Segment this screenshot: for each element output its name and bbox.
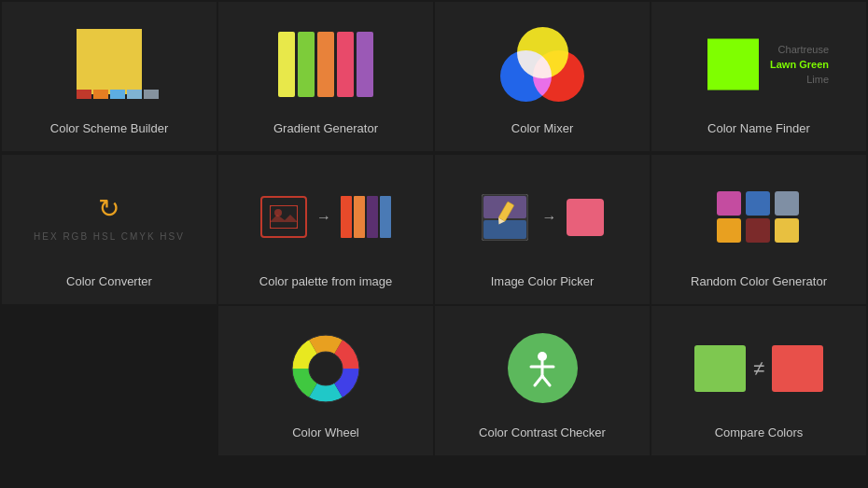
- card-label-color-palette-from-image: Color palette from image: [259, 274, 392, 288]
- color-contrast-checker-icon: [444, 327, 640, 411]
- compare-square-red: [772, 345, 823, 392]
- gg-bar-5: [357, 32, 373, 97]
- cnf-name-chartreuse: Chartreuse: [770, 44, 829, 55]
- card-color-palette-from-image[interactable]: → Color palette from image: [218, 155, 433, 304]
- gg-bar-3: [317, 32, 334, 97]
- gg-bar-2: [298, 32, 315, 97]
- card-label-color-contrast-checker: Color Contrast Checker: [479, 425, 606, 439]
- csb-swatch-5: [144, 90, 159, 99]
- csb-swatches: [77, 90, 159, 99]
- card-label-color-wheel: Color Wheel: [292, 425, 359, 439]
- gg-bars: [278, 32, 373, 97]
- cc-container: ↻ HEX RGB HSL CMYK HSV: [34, 193, 185, 242]
- accessibility-icon-svg: [524, 350, 561, 387]
- gradient-generator-icon: [228, 22, 424, 106]
- cpi-palette-bars: [341, 196, 391, 238]
- icp-canvas-svg: [482, 194, 528, 241]
- card-gradient-generator[interactable]: Gradient Generator: [218, 2, 433, 151]
- svg-line-15: [535, 376, 542, 385]
- cnf-name-lime: Lime: [770, 74, 829, 85]
- grid-row3: Color Wheel Color Contrast Checker: [0, 306, 868, 457]
- card-color-name-finder[interactable]: Chartreuse Lawn Green Lime Color Name Fi…: [651, 2, 866, 151]
- card-label-compare-colors: Compare Colors: [715, 425, 804, 439]
- card-color-scheme-builder[interactable]: Color Scheme Builder: [2, 2, 217, 151]
- color-palette-icon: →: [228, 175, 424, 259]
- rcg-sq-5: [746, 218, 770, 243]
- rcg-sq-1: [717, 191, 741, 216]
- cm-circles: [500, 27, 584, 102]
- svg-rect-4: [483, 220, 526, 239]
- card-label-random-color-generator: Random Color Generator: [691, 274, 827, 288]
- cpi-container: →: [260, 196, 391, 238]
- icp-canvas-area: [482, 194, 533, 241]
- color-name-finder-icon: Chartreuse Lawn Green Lime: [661, 22, 857, 106]
- compare-square-green: [694, 345, 746, 392]
- compare-not-equal-icon: ≠: [753, 356, 764, 381]
- card-color-mixer[interactable]: Color Mixer: [435, 2, 650, 151]
- cc-refresh-icon: ↻: [98, 193, 119, 224]
- color-converter-icon: ↻ HEX RGB HSL CMYK HSV: [11, 175, 207, 259]
- icp-arrow-icon: →: [542, 209, 557, 226]
- cnf-names-list: Chartreuse Lawn Green Lime: [770, 44, 829, 85]
- card-label-color-scheme-builder: Color Scheme Builder: [50, 121, 168, 135]
- cpi-bar-4: [380, 196, 391, 238]
- compare-container: ≠: [694, 345, 823, 392]
- color-wheel-svg: [288, 331, 363, 406]
- icp-container: →: [482, 194, 604, 241]
- ccc-circle: [508, 333, 578, 403]
- csb-swatch-4: [127, 90, 142, 99]
- svg-rect-0: [270, 205, 298, 229]
- csb-main-square: [77, 29, 142, 94]
- grid-row2: ↻ HEX RGB HSL CMYK HSV Color Converter: [0, 153, 868, 306]
- cm-red-circle: [533, 50, 584, 102]
- card-random-color-generator[interactable]: Random Color Generator: [651, 155, 866, 304]
- card-image-color-picker[interactable]: → Image Color Picker: [435, 155, 650, 304]
- color-wheel-icon: [228, 327, 424, 411]
- color-scheme-builder-icon: [11, 22, 207, 106]
- csb-swatch-2: [93, 90, 108, 99]
- card-compare-colors[interactable]: ≠ Compare Colors: [651, 306, 866, 455]
- cpi-image-frame: [260, 196, 307, 238]
- card-label-image-color-picker: Image Color Picker: [491, 274, 595, 288]
- gg-bar-1: [278, 32, 295, 97]
- grid-row1: Color Scheme Builder Gradient Generator: [0, 0, 868, 153]
- csb-swatch-3: [110, 90, 125, 99]
- cpi-bar-3: [367, 196, 378, 238]
- cpi-arrow-icon: →: [316, 209, 331, 226]
- card-label-color-mixer: Color Mixer: [511, 121, 573, 135]
- cnf-green-square: [707, 38, 759, 90]
- card-label-color-converter: Color Converter: [66, 274, 152, 288]
- card-label-gradient-generator: Gradient Generator: [273, 121, 378, 135]
- compare-colors-icon: ≠: [661, 327, 857, 411]
- image-color-picker-icon: →: [444, 175, 640, 259]
- cpi-bar-1: [341, 196, 352, 238]
- svg-point-9: [309, 352, 343, 385]
- svg-line-16: [542, 376, 550, 385]
- gg-bar-4: [337, 32, 354, 97]
- rcg-sq-2: [746, 191, 770, 216]
- rcg-sq-4: [717, 218, 741, 243]
- cnf-container: Chartreuse Lawn Green Lime: [661, 24, 857, 104]
- cpi-image-svg: [270, 205, 298, 229]
- csb-swatch-1: [77, 90, 91, 99]
- rcg-grid: [717, 191, 801, 243]
- card-color-wheel[interactable]: Color Wheel: [218, 306, 433, 455]
- rcg-sq-3: [775, 191, 799, 216]
- icp-result-swatch: [567, 199, 604, 236]
- cpi-bar-2: [354, 196, 365, 238]
- rcg-sq-6: [775, 218, 799, 243]
- cc-format-labels: HEX RGB HSL CMYK HSV: [34, 231, 185, 242]
- card-color-converter[interactable]: ↻ HEX RGB HSL CMYK HSV Color Converter: [2, 155, 217, 304]
- app-container: Color Scheme Builder Gradient Generator: [0, 0, 868, 457]
- cnf-name-lawngreen: Lawn Green: [770, 59, 829, 70]
- random-color-generator-icon: [661, 175, 857, 259]
- card-label-color-name-finder: Color Name Finder: [707, 121, 810, 135]
- card-color-contrast-checker[interactable]: Color Contrast Checker: [435, 306, 650, 455]
- color-mixer-icon: [444, 22, 640, 106]
